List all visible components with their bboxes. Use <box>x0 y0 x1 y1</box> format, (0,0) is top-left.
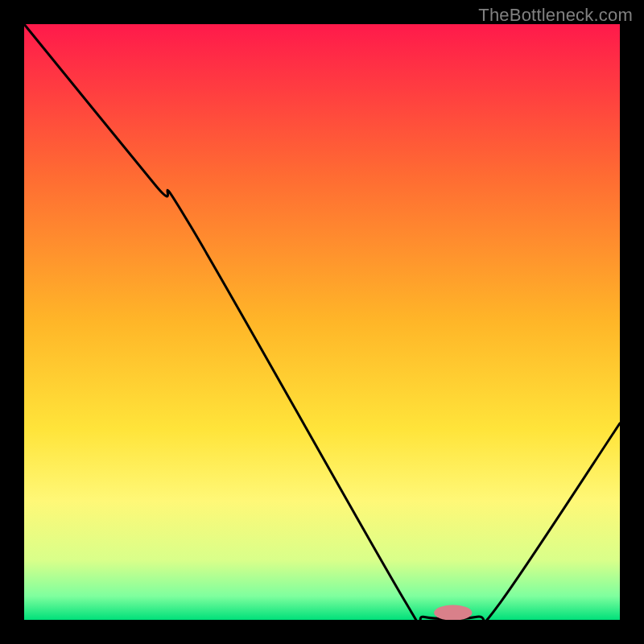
chart-background <box>24 24 620 620</box>
optimal-marker <box>434 605 472 621</box>
watermark-text: TheBottleneck.com <box>478 5 633 26</box>
chart-container <box>24 24 620 620</box>
chart-svg <box>24 24 620 620</box>
